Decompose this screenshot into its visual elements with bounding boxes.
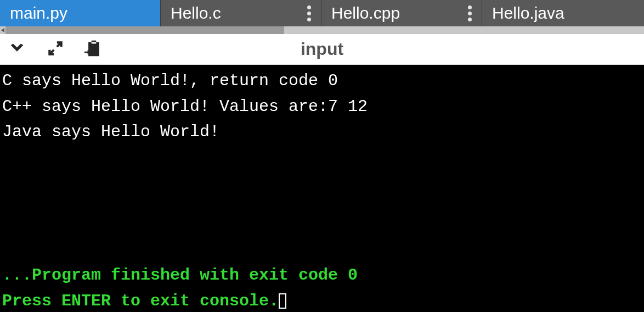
tab-menu-icon[interactable] <box>446 5 472 21</box>
tab-label: Hello.java <box>492 4 634 23</box>
tab-hello-cpp[interactable]: Hello.cpp <box>321 0 482 26</box>
tabs-bar: main.py Hello.c Hello.cpp Hello.java <box>0 0 644 26</box>
console-title: input <box>301 39 343 59</box>
tab-label: main.py <box>10 4 150 23</box>
console-status: ...Program finished with exit code 0 Pre… <box>2 263 358 312</box>
console-line: C++ says Hello World! Values are:7 12 <box>2 94 642 120</box>
clipboard-icon[interactable] <box>84 38 103 60</box>
console-status-line: ...Program finished with exit code 0 <box>2 263 358 288</box>
tab-main-py[interactable]: main.py <box>0 0 161 26</box>
console-line: Java says Hello World! <box>2 119 642 145</box>
chevron-down-icon[interactable] <box>8 39 26 60</box>
scrollbar-thumb[interactable] <box>5 26 284 34</box>
expand-icon[interactable] <box>46 39 65 60</box>
console-line: C says Hello World!, return code 0 <box>2 68 642 94</box>
console-toolbar: input <box>0 34 644 65</box>
tab-hello-c[interactable]: Hello.c <box>161 0 321 26</box>
horizontal-scrollbar[interactable] <box>0 26 644 34</box>
console-prompt-text: Press ENTER to exit console. <box>2 292 279 310</box>
tab-menu-icon[interactable] <box>285 5 311 21</box>
scrollbar-arrow-left-icon[interactable] <box>0 26 5 34</box>
tab-label: Hello.c <box>171 4 285 23</box>
console-output: C says Hello World!, return code 0 C++ s… <box>0 65 644 312</box>
console-prompt-line: Press ENTER to exit console. <box>2 288 358 313</box>
tab-label: Hello.cpp <box>331 4 446 23</box>
toolbar-icons <box>8 38 103 60</box>
svg-marker-0 <box>1 28 4 32</box>
cursor-icon <box>279 293 286 309</box>
tab-hello-java[interactable]: Hello.java <box>482 0 644 26</box>
